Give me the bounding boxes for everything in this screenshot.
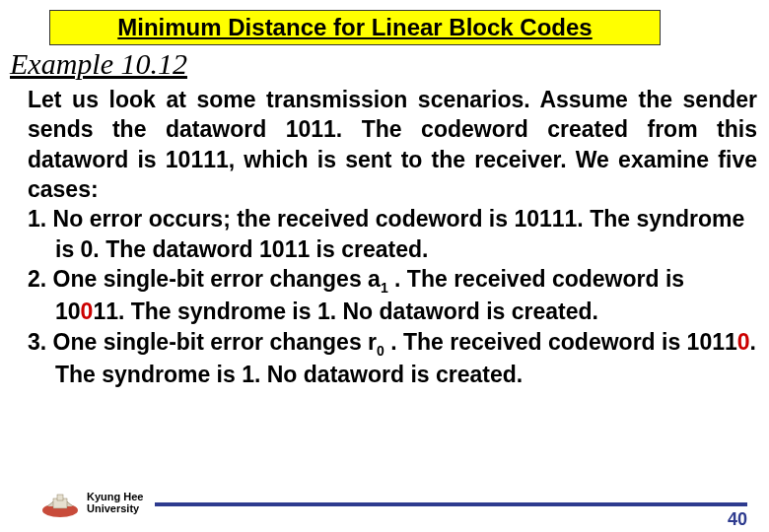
case-3-red: 0 (737, 329, 750, 355)
university-line2: University (87, 502, 143, 514)
slide-title: Minimum Distance for Linear Block Codes (117, 14, 592, 41)
case-3-sub: 0 (377, 342, 384, 358)
intro-paragraph: Let us look at some transmission scenari… (28, 85, 757, 204)
case-2-text-c: 11. The syndrome is 1. No dataword is cr… (93, 299, 598, 324)
case-2-sub: 1 (381, 280, 388, 296)
example-label: Example 10.12 (10, 47, 187, 81)
footer: Kyung Hee University (39, 487, 747, 518)
case-3-text-b: . The received codeword is 1011 (384, 329, 737, 355)
case-3-num: 3. (28, 329, 46, 355)
case-2-num: 2. (28, 266, 46, 292)
body-content: Let us look at some transmission scenari… (28, 85, 757, 389)
case-list: 1. No error occurs; the received codewor… (28, 204, 757, 389)
case-1: 1. No error occurs; the received codewor… (28, 204, 757, 264)
svg-rect-2 (57, 495, 63, 500)
page-number: 40 (728, 509, 747, 530)
footer-divider (155, 502, 747, 506)
title-banner: Minimum Distance for Linear Block Codes (49, 10, 661, 45)
university-name: Kyung Hee University (87, 491, 143, 514)
case-2-red: 0 (81, 299, 94, 324)
case-1-text: No error occurs; the received codeword i… (53, 206, 745, 261)
case-3: 3. One single-bit error changes r0 . The… (28, 327, 757, 389)
university-logo-icon (39, 487, 81, 518)
university-line1: Kyung Hee (87, 491, 143, 502)
case-2: 2. One single-bit error changes a1 . The… (28, 264, 757, 326)
case-1-num: 1. (28, 206, 46, 232)
case-2-text-a: One single-bit error changes a (53, 266, 381, 292)
case-3-text-a: One single-bit error changes r (53, 329, 377, 355)
